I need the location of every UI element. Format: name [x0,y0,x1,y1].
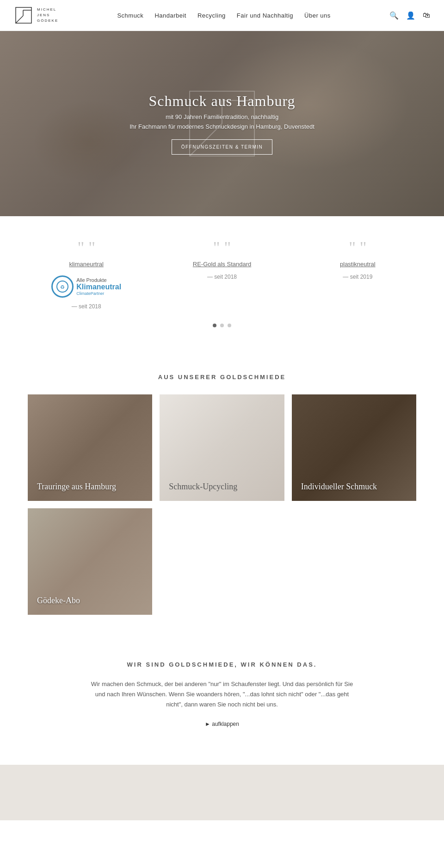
hero-content: Schmuck aus Hamburg mit 90 Jahren Famili… [130,93,314,155]
goldschmiede-title: AUS UNSERER GOLDSCHMIEDE [28,374,416,381]
grid-empty-2 [292,508,416,615]
card-trauringe[interactable]: Trauringe aus Hamburg [28,394,152,501]
slide-item-1: " " klimaneurtral ♻ Alle Produkte Kliman… [28,239,145,310]
hero-description: Ihr Fachmann für modernes Schmuckdesign … [130,123,314,130]
svg-line-1 [16,16,23,23]
account-icon[interactable]: 👤 [406,11,415,20]
goldschmiede-grid-bottom: Gödeke-Abo [28,508,416,615]
hero-cta-button[interactable]: ÖFFNUNGSZEITEN & TERMIN [172,139,273,155]
wir-section: WIR SIND GOLDSCHMIEDE, WIR KÖNNEN DAS. W… [0,633,444,746]
klima-logo-area: ♻ Alle Produkte Klimaneutral ClimatePart… [28,275,145,298]
recycle-icon: ♻ [56,280,69,293]
card-abo-label: Gödeke-Abo [37,596,80,606]
logo-text: MICHEL JENS GÖDEKE [37,7,58,24]
goldschmiede-grid-top: Trauringe aus Hamburg Schmuck-Upcycling … [28,394,416,501]
nav-ueber[interactable]: Über uns [304,12,331,19]
klima-circle-icon: ♻ [51,275,74,298]
slider-track: " " klimaneurtral ♻ Alle Produkte Kliman… [28,239,416,310]
klima-text: Alle Produkte Klimaneutral ClimatePartne… [76,277,121,296]
slider-dots [28,324,416,337]
card-upcycling[interactable]: Schmuck-Upcycling [160,394,284,501]
slide-since-2: — seit 2018 [163,274,280,280]
aufklappen-button[interactable]: aufklappen [205,721,239,727]
card-upcycling-label: Schmuck-Upcycling [169,482,237,492]
logo[interactable]: MICHEL JENS GÖDEKE [14,6,58,25]
slide-since-1: — seit 2018 [28,303,145,310]
klima-main-label: Klimaneutral [76,283,121,291]
hero-subtitle: mit 90 Jahren Familientradition, nachhal… [130,113,314,120]
svg-text:♻: ♻ [60,284,65,290]
slide-item-3: " " plastikneutral — seit 2019 [299,239,416,310]
wir-text: Wir machen den Schmuck, der bei anderen … [88,679,356,710]
grid-empty-1 [160,508,284,615]
logo-icon [14,6,33,25]
wir-title: WIR SIND GOLDSCHMIEDE, WIR KÖNNEN DAS. [56,661,388,668]
slide-item-2: " " RE-Gold als Standard — seit 2018 [163,239,280,310]
klima-alle-label: Alle Produkte [76,277,121,283]
main-nav: Schmuck Handarbeit Recycling Fair und Na… [117,12,330,19]
quote-mark-3: " " [299,239,416,256]
card-individuell-label: Individueller Schmuck [301,482,377,492]
dot-1[interactable] [213,324,216,327]
dot-3[interactable] [228,324,231,327]
quote-mark-1: " " [28,239,145,256]
card-trauringe-label: Trauringe aus Hamburg [37,482,116,492]
site-footer [0,765,444,820]
cart-icon[interactable]: 🛍 [423,11,430,19]
klima-partner-label: ClimatePartner [76,291,121,296]
slider-section: " " klimaneurtral ♻ Alle Produkte Kliman… [0,216,444,350]
site-header: MICHEL JENS GÖDEKE Schmuck Handarbeit Re… [0,0,444,31]
card-abo[interactable]: Gödeke-Abo [28,508,152,615]
search-icon[interactable]: 🔍 [389,11,399,20]
dot-2[interactable] [220,324,224,327]
nav-fair[interactable]: Fair und Nachhaltig [237,12,293,19]
goldschmiede-section: AUS UNSERER GOLDSCHMIEDE Trauringe aus H… [0,350,444,633]
nav-recycling[interactable]: Recycling [197,12,226,19]
slide-since-3: — seit 2019 [299,274,416,280]
hero-title: Schmuck aus Hamburg [130,93,314,110]
slide-link-1[interactable]: klimaneurtral [69,261,103,268]
klima-logo: ♻ Alle Produkte Klimaneutral ClimatePart… [51,275,121,298]
header-icons: 🔍 👤 🛍 [389,11,430,20]
hero-section: Schmuck aus Hamburg mit 90 Jahren Famili… [0,31,444,216]
quote-mark-2: " " [163,239,280,256]
slide-link-2[interactable]: RE-Gold als Standard [193,261,251,268]
card-individuell[interactable]: Individueller Schmuck [292,394,416,501]
nav-schmuck[interactable]: Schmuck [117,12,143,19]
nav-handarbeit[interactable]: Handarbeit [154,12,186,19]
slide-link-3[interactable]: plastikneutral [340,261,376,268]
